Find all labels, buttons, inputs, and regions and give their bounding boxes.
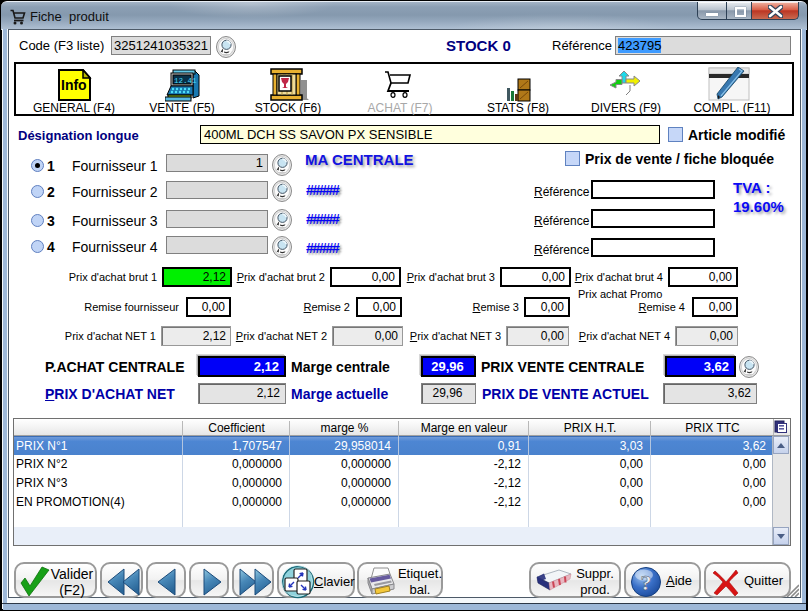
svg-text:?: ?: [641, 570, 652, 595]
svg-text:Info: Info: [61, 77, 87, 93]
svg-text:12.41: 12.41: [174, 77, 197, 85]
